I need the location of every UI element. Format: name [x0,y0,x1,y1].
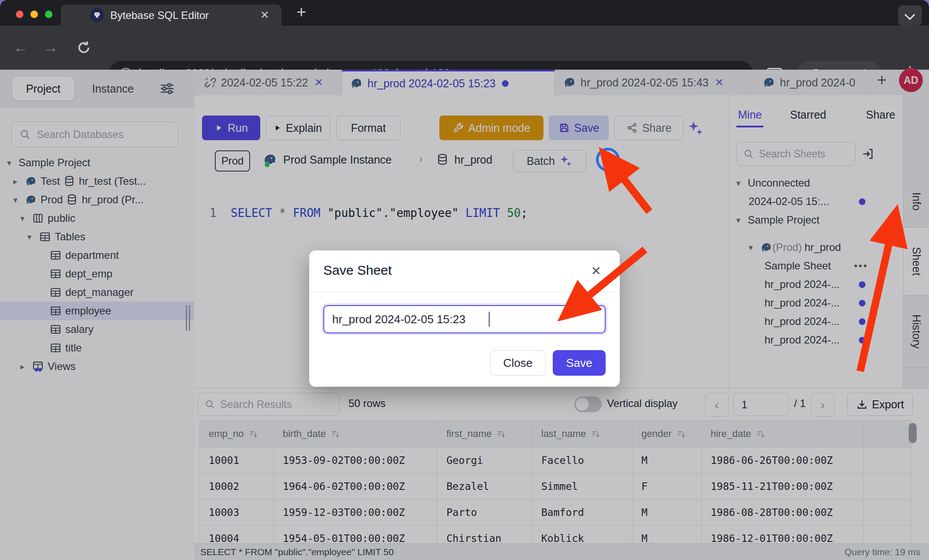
browser-navbar: ← → localhost:8080/sql-editor/prod-sampl… [0,26,929,70]
sheet-name-input[interactable] [323,305,606,333]
screenshot-root: Bytebase SQL Editor ✕ + ← → localhost:80… [0,0,929,560]
browser-tab-close-icon[interactable]: ✕ [260,9,269,21]
tab-search-button[interactable] [898,5,922,26]
bytebase-favicon [90,8,104,22]
modal-save-button[interactable]: Save [553,350,606,376]
text-cursor [489,312,490,327]
window-close-button[interactable] [16,11,23,18]
browser-tab[interactable]: Bytebase SQL Editor ✕ [61,4,281,26]
new-tab-button[interactable]: + [296,3,306,22]
browser-tabstrip: Bytebase SQL Editor ✕ + [0,0,929,26]
window-zoom-button[interactable] [45,11,52,18]
modal-close-button[interactable]: Close [490,350,546,376]
browser-window: Bytebase SQL Editor ✕ + ← → localhost:80… [0,0,929,560]
chevron-down-icon [904,9,915,20]
modal-close-icon[interactable]: ✕ [591,264,601,278]
window-minimize-button[interactable] [30,11,38,18]
forward-button[interactable]: → [43,39,58,56]
reload-button[interactable] [76,40,92,56]
back-button[interactable]: ← [13,39,28,56]
browser-tab-title: Bytebase SQL Editor [110,9,209,22]
modal-divider [309,292,620,292]
save-sheet-modal: Save Sheet ✕ Close Save [309,250,620,387]
modal-title: Save Sheet [323,263,392,278]
